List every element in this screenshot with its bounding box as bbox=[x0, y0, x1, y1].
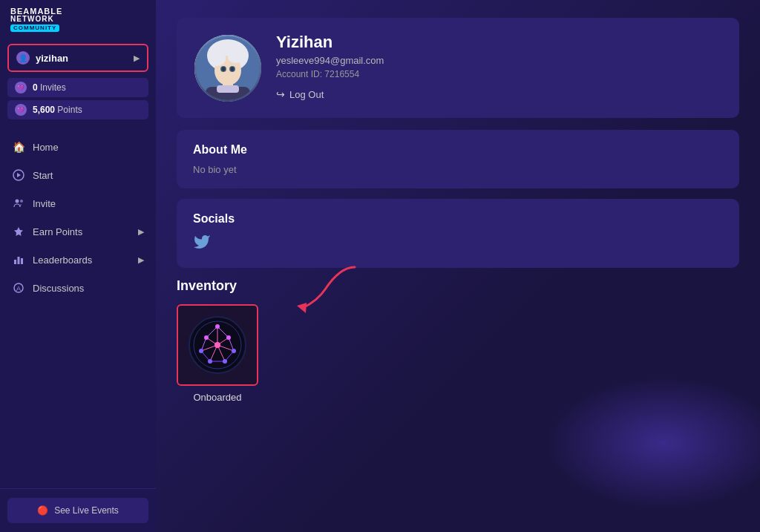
profile-email: yesleeve994@gmail.com bbox=[276, 55, 384, 66]
main-content: Yizihan yesleeve994@gmail.com Account ID… bbox=[156, 0, 760, 532]
inventory-item-box bbox=[177, 304, 258, 386]
nav-label-start: Start bbox=[33, 170, 53, 181]
svg-rect-5 bbox=[14, 260, 16, 264]
nav-item-home[interactable]: 🏠 Home bbox=[0, 133, 156, 161]
sidebar-footer: 🔴 See Live Events bbox=[0, 488, 156, 532]
nav-item-discussions[interactable]: A Discussions bbox=[0, 274, 156, 302]
earn-points-chevron-icon: ▶ bbox=[138, 227, 144, 237]
discussions-icon: A bbox=[12, 281, 25, 295]
logout-button[interactable]: ↪ Log Out bbox=[276, 85, 384, 103]
inventory-title: Inventory bbox=[177, 278, 739, 294]
svg-point-45 bbox=[208, 359, 212, 364]
inventory-item-label: Onboarded bbox=[193, 392, 241, 403]
nav-label-home: Home bbox=[33, 142, 59, 153]
profile-card: Yizihan yesleeve994@gmail.com Account ID… bbox=[177, 18, 739, 118]
invite-icon bbox=[12, 197, 25, 210]
svg-point-47 bbox=[204, 335, 209, 340]
logout-icon: ↪ bbox=[276, 88, 285, 100]
sidebar-nav: 🏠 Home Start Invite Earn Points ▶ bbox=[0, 127, 156, 488]
user-chevron-icon: ▶ bbox=[134, 53, 140, 63]
nav-item-start[interactable]: Start bbox=[0, 161, 156, 189]
svg-marker-4 bbox=[14, 227, 23, 236]
nav-label-earn-points: Earn Points bbox=[33, 226, 82, 237]
home-icon: 🏠 bbox=[12, 140, 25, 154]
profile-name: Yizihan bbox=[276, 33, 384, 52]
onboarded-badge-image bbox=[188, 315, 247, 375]
points-stat: 💜 5,600 Points bbox=[7, 100, 148, 119]
svg-rect-23 bbox=[217, 85, 239, 93]
svg-rect-6 bbox=[18, 257, 20, 264]
nav-item-invite[interactable]: Invite bbox=[0, 189, 156, 217]
live-events-label: See Live Events bbox=[54, 505, 119, 516]
svg-point-2 bbox=[16, 200, 19, 203]
svg-point-19 bbox=[222, 67, 226, 71]
user-left: 👤 yizihan bbox=[16, 51, 68, 65]
svg-text:A: A bbox=[16, 285, 21, 292]
nav-label-invite: Invite bbox=[33, 198, 56, 209]
points-value: 5,600 bbox=[33, 105, 55, 115]
svg-point-3 bbox=[20, 200, 23, 203]
socials-card: Socials bbox=[177, 199, 739, 268]
about-me-card: About Me No bio yet bbox=[177, 130, 739, 188]
sidebar-stats: 💜 0 Invites 💜 5,600 Points bbox=[0, 78, 156, 127]
inventory-section: Inventory bbox=[177, 278, 739, 403]
logo: BEAMABLE NETWORK COMMUNITY bbox=[0, 0, 156, 38]
svg-point-20 bbox=[231, 67, 235, 71]
nav-label-leaderboards: Leaderboards bbox=[33, 254, 92, 266]
invites-stat: 💜 0 Invites bbox=[7, 78, 148, 97]
points-label: 5,600 Points bbox=[33, 105, 82, 115]
earn-points-icon bbox=[12, 225, 25, 238]
invites-value: 0 bbox=[33, 82, 38, 93]
leaderboards-chevron-icon: ▶ bbox=[138, 255, 144, 265]
svg-point-41 bbox=[215, 324, 220, 329]
svg-point-43 bbox=[232, 349, 236, 353]
sidebar-username: yizihan bbox=[36, 53, 68, 64]
user-avatar-icon: 👤 bbox=[16, 51, 30, 65]
nav-item-earn-points[interactable]: Earn Points ▶ bbox=[0, 217, 156, 246]
logout-label: Log Out bbox=[289, 89, 324, 100]
profile-account-id: Account ID: 7216554 bbox=[276, 69, 384, 79]
inventory-grid: Onboarded bbox=[177, 304, 739, 403]
socials-title: Socials bbox=[193, 212, 723, 226]
inventory-item-onboarded[interactable]: Onboarded bbox=[177, 304, 258, 403]
twitter-icon[interactable] bbox=[193, 233, 723, 254]
svg-marker-1 bbox=[17, 173, 21, 177]
invites-label: 0 Invites bbox=[33, 82, 66, 93]
leaderboards-icon bbox=[12, 253, 25, 266]
svg-point-42 bbox=[226, 335, 231, 340]
nav-item-leaderboards[interactable]: Leaderboards ▶ bbox=[0, 246, 156, 274]
svg-point-46 bbox=[199, 349, 203, 353]
svg-point-44 bbox=[223, 359, 227, 364]
nav-label-discussions: Discussions bbox=[33, 283, 84, 294]
live-events-icon: 🔴 bbox=[37, 505, 48, 516]
avatar bbox=[194, 35, 261, 102]
svg-point-22 bbox=[228, 51, 243, 63]
sidebar: BEAMABLE NETWORK COMMUNITY 👤 yizihan ▶ 💜… bbox=[0, 0, 156, 532]
profile-info: Yizihan yesleeve994@gmail.com Account ID… bbox=[276, 33, 384, 103]
live-events-button[interactable]: 🔴 See Live Events bbox=[7, 498, 148, 523]
about-me-title: About Me bbox=[193, 143, 723, 157]
avatar-image bbox=[194, 35, 261, 102]
logo-badge: COMMUNITY bbox=[10, 24, 59, 32]
logo-line2: NETWORK bbox=[10, 16, 145, 23]
invites-icon: 💜 bbox=[15, 82, 27, 93]
start-icon bbox=[12, 168, 25, 182]
svg-rect-7 bbox=[21, 258, 23, 264]
about-me-bio: No bio yet bbox=[193, 164, 723, 175]
points-icon: 💜 bbox=[15, 104, 27, 116]
svg-point-48 bbox=[214, 342, 220, 348]
user-profile-button[interactable]: 👤 yizihan ▶ bbox=[7, 44, 148, 72]
svg-marker-24 bbox=[297, 303, 307, 313]
